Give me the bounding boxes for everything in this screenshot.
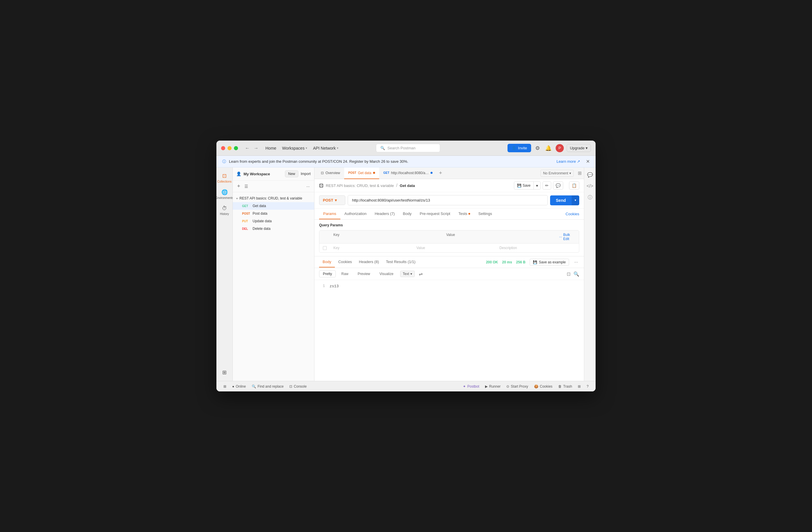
tab-headers[interactable]: Headers (7) bbox=[371, 209, 399, 219]
import-button[interactable]: Import bbox=[301, 172, 310, 176]
description-cell[interactable]: Description bbox=[496, 244, 579, 252]
response-type-select[interactable]: Text ▾ bbox=[400, 271, 415, 277]
sidebar-item-collections[interactable]: ⊡ Collections bbox=[218, 170, 232, 186]
collections-icon: ⊡ bbox=[222, 173, 227, 179]
breadcrumb-separator: / bbox=[396, 183, 397, 188]
forward-button[interactable]: → bbox=[252, 144, 260, 152]
fmt-tab-preview[interactable]: Preview bbox=[354, 270, 374, 277]
save-icon: 💾 bbox=[517, 184, 522, 188]
tabs-bar: ⊡ Overview POST Get data GET http://loca… bbox=[315, 168, 584, 179]
env-grid-icon[interactable]: ⊞ bbox=[578, 170, 582, 176]
cookies-button[interactable]: 🍪 Cookies bbox=[531, 385, 555, 388]
tab-overview[interactable]: ⊡ Overview bbox=[317, 168, 344, 179]
tab-get-badge: GET bbox=[383, 171, 389, 174]
home-link[interactable]: Home bbox=[263, 145, 278, 152]
sidebar-toggle-button[interactable]: ⊞ bbox=[220, 385, 229, 388]
fmt-tab-pretty[interactable]: Pretty bbox=[319, 270, 336, 277]
wrap-icon[interactable]: ⇌ bbox=[419, 271, 423, 277]
edit-button[interactable]: ✏ bbox=[542, 182, 551, 190]
key-cell[interactable]: Key bbox=[330, 244, 413, 252]
info-panel-button[interactable]: 📋 bbox=[569, 182, 579, 190]
find-replace-button[interactable]: 🔍 Find and replace bbox=[249, 385, 286, 388]
code-icon[interactable]: </> bbox=[585, 182, 595, 190]
banner-close-button[interactable]: ✕ bbox=[586, 159, 590, 164]
tab-authorization[interactable]: Authorization bbox=[340, 209, 371, 219]
avatar[interactable]: P bbox=[556, 144, 564, 152]
invite-button[interactable]: 👤 Invite bbox=[508, 144, 531, 152]
fmt-tab-raw[interactable]: Raw bbox=[337, 270, 352, 277]
resp-tab-cookies[interactable]: Cookies bbox=[335, 257, 356, 268]
env-dropdown-button[interactable]: No Environment ▾ bbox=[540, 170, 574, 177]
row-checkbox[interactable] bbox=[319, 244, 330, 252]
postbot-button[interactable]: ✦ Postbot bbox=[460, 385, 482, 388]
runner-button[interactable]: ▶ Runner bbox=[482, 385, 504, 388]
info-icon[interactable]: ⓘ bbox=[586, 193, 594, 202]
folder-name: REST API basics: CRUD, test & variable bbox=[240, 196, 302, 200]
upgrade-button[interactable]: Upgrade ▾ bbox=[567, 144, 591, 152]
request-tabs: Params Authorization Headers (7) Body Pr… bbox=[315, 209, 584, 220]
add-collection-button[interactable]: + bbox=[236, 182, 241, 190]
send-button[interactable]: Send bbox=[550, 196, 572, 205]
close-button[interactable] bbox=[221, 146, 225, 150]
comment-button[interactable]: 💬 bbox=[553, 182, 563, 190]
notifications-icon[interactable]: 🔔 bbox=[544, 144, 553, 153]
online-status[interactable]: ● Online bbox=[229, 385, 249, 388]
tab-pre-request-script[interactable]: Pre-request Script bbox=[416, 209, 454, 219]
tab-body[interactable]: Body bbox=[399, 209, 416, 219]
value-cell[interactable]: Value bbox=[413, 244, 496, 252]
send-dropdown-button[interactable]: ▾ bbox=[572, 196, 579, 205]
maximize-button[interactable] bbox=[234, 146, 238, 150]
search-bar[interactable]: 🔍 Search Postman bbox=[376, 144, 440, 152]
list-item[interactable]: GET Get data bbox=[233, 202, 314, 210]
sidebar-item-browse[interactable]: ⊞ bbox=[218, 367, 232, 378]
cookies-link[interactable]: Cookies bbox=[566, 209, 579, 219]
workspaces-link[interactable]: Workspaces ▾ bbox=[280, 145, 309, 152]
sidebar-item-history[interactable]: ⏱ History bbox=[218, 203, 232, 218]
settings-icon[interactable]: ⚙ bbox=[534, 144, 541, 153]
url-input[interactable] bbox=[348, 195, 548, 205]
tab-tests[interactable]: Tests bbox=[454, 209, 474, 219]
tab-get-data[interactable]: POST Get data bbox=[344, 168, 379, 179]
checkbox[interactable] bbox=[323, 246, 327, 250]
response-size: 256 B bbox=[516, 260, 526, 264]
filter-button[interactable]: ☰ bbox=[244, 183, 249, 190]
more-options-button[interactable]: ··· bbox=[305, 183, 310, 190]
save-example-button[interactable]: 💾 Save as example bbox=[530, 259, 569, 266]
titlebar: ← → Home Workspaces ▾ API Network ▾ 🔍 Se… bbox=[216, 141, 596, 156]
tab-localhost[interactable]: GET http://localhost:8080/a… bbox=[379, 168, 437, 179]
back-button[interactable]: ← bbox=[244, 144, 251, 152]
resp-tab-headers[interactable]: Headers (8) bbox=[356, 257, 383, 268]
console-button[interactable]: ⊡ Console bbox=[286, 385, 309, 388]
response-more-button[interactable]: ··· bbox=[573, 260, 579, 265]
save-button[interactable]: 💾 Save bbox=[514, 182, 534, 189]
content-area: ⊡ Overview POST Get data GET http://loca… bbox=[315, 168, 584, 381]
resp-tab-test-results[interactable]: Test Results (1/1) bbox=[382, 257, 419, 268]
folder-header[interactable]: ▾ REST API basics: CRUD, test & variable bbox=[233, 195, 314, 202]
sidebar-item-environments[interactable]: 🌐 Environments bbox=[218, 187, 232, 202]
main-layout: ⊡ Collections 🌐 Environments ⏱ History ⊞… bbox=[216, 168, 596, 381]
search-response-button[interactable]: 🔍 bbox=[574, 271, 579, 277]
tab-settings[interactable]: Settings bbox=[474, 209, 496, 219]
comments-icon[interactable]: 💬 bbox=[585, 170, 595, 179]
start-proxy-button[interactable]: ⊙ Start Proxy bbox=[504, 385, 531, 388]
banner-learn-more-link[interactable]: Learn more ↗ bbox=[556, 159, 580, 163]
fmt-tab-visualize[interactable]: Visualize bbox=[376, 270, 397, 277]
new-tab-button[interactable]: + bbox=[437, 170, 445, 176]
help-button[interactable]: ? bbox=[584, 385, 592, 388]
api-network-link[interactable]: API Network ▾ bbox=[310, 145, 341, 152]
trash-button[interactable]: 🗑 Trash bbox=[555, 385, 575, 388]
grid-view-button[interactable]: ⊞ bbox=[575, 385, 584, 388]
list-item[interactable]: DEL Delete data bbox=[233, 225, 314, 232]
list-item[interactable]: POST Post data bbox=[233, 210, 314, 217]
header-right: 👤 Invite ⚙ 🔔 P Upgrade ▾ bbox=[508, 144, 591, 153]
new-button[interactable]: New bbox=[285, 170, 299, 177]
copy-response-button[interactable]: ⊡ bbox=[567, 271, 570, 277]
resp-tab-body[interactable]: Body bbox=[319, 257, 335, 268]
cookies-icon: 🍪 bbox=[534, 385, 538, 388]
save-dropdown-button[interactable]: ▾ bbox=[534, 182, 540, 189]
list-item[interactable]: PUT Update data bbox=[233, 217, 314, 225]
tab-params[interactable]: Params bbox=[319, 209, 340, 219]
minimize-button[interactable] bbox=[228, 146, 232, 150]
bulk-edit-button[interactable]: ··· Bulk Edit bbox=[556, 230, 579, 243]
method-select[interactable]: POST ▾ bbox=[319, 196, 345, 205]
